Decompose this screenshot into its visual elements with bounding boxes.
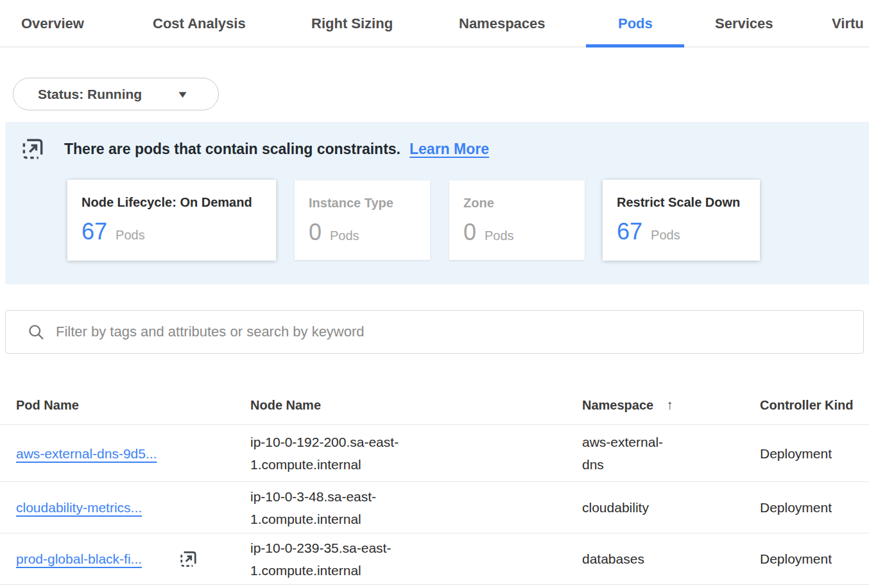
- pods-page: Overview Cost Analysis Right Sizing Name…: [0, 0, 869, 588]
- search-input[interactable]: [56, 313, 863, 351]
- scaling-constraints-banner: There are pods that contain scaling cons…: [5, 122, 869, 284]
- table-row: cloudability-metrics... ip-10-0-3-48.sa-…: [0, 482, 869, 533]
- card-unit: Pods: [116, 228, 145, 243]
- table-row: aws-external-dns-9d5... ip-10-0-192-200.…: [0, 425, 869, 482]
- tab-namespaces[interactable]: Namespaces: [459, 0, 546, 48]
- status-filter-label: Status: Running: [38, 87, 142, 102]
- card-value: 0: [309, 219, 322, 246]
- card-unit: Pods: [651, 228, 680, 243]
- card-value: 67: [617, 218, 642, 245]
- card-title: Node Lifecycle: On Demand: [82, 195, 262, 210]
- tab-cost-analysis[interactable]: Cost Analysis: [153, 0, 246, 48]
- banner-message-row: There are pods that contain scaling cons…: [19, 135, 489, 162]
- node-name-cell: ip-10-0-192-200.sa-east-1.compute.intern…: [250, 431, 425, 476]
- card-instance-type[interactable]: Instance Type 0 Pods: [295, 180, 430, 260]
- namespace-cell: cloudability: [582, 496, 676, 519]
- card-restrict-scale-down[interactable]: Restrict Scale Down 67 Pods: [603, 180, 760, 261]
- tab-virtual[interactable]: Virtu: [832, 0, 864, 48]
- tab-overview[interactable]: Overview: [21, 0, 84, 48]
- tab-right-sizing[interactable]: Right Sizing: [311, 0, 393, 48]
- namespace-cell: databases: [582, 548, 676, 570]
- card-unit: Pods: [485, 229, 514, 243]
- controller-kind-cell: Deployment: [760, 442, 832, 465]
- scale-constraint-icon: [19, 135, 46, 162]
- chevron-down-icon: ▼: [176, 89, 189, 99]
- card-value: 67: [82, 218, 107, 245]
- scale-constraint-icon: [178, 548, 199, 571]
- column-header-pod-name[interactable]: Pod Name: [16, 385, 79, 425]
- card-title: Restrict Scale Down: [617, 195, 746, 210]
- namespace-cell: aws-external-dns: [582, 431, 676, 476]
- card-title: Zone: [463, 196, 571, 211]
- column-header-namespace-label: Namespace: [582, 398, 653, 412]
- top-tab-bar: Overview Cost Analysis Right Sizing Name…: [0, 0, 869, 48]
- table-row: prod-global-black-fi... ip-10-0-239-35.s…: [0, 533, 869, 585]
- tab-services[interactable]: Services: [715, 0, 773, 48]
- pods-table-header: Pod Name Node Name Namespace↑ Controller…: [0, 385, 869, 425]
- column-header-namespace[interactable]: Namespace↑: [582, 385, 673, 425]
- card-zone[interactable]: Zone 0 Pods: [449, 180, 585, 260]
- banner-message: There are pods that contain scaling cons…: [64, 141, 400, 158]
- pod-name-link[interactable]: cloudability-metrics...: [16, 496, 142, 519]
- node-name-cell: ip-10-0-3-48.sa-east-1.compute.internal: [250, 485, 425, 530]
- card-unit: Pods: [330, 229, 359, 243]
- controller-kind-cell: Deployment: [760, 496, 832, 519]
- card-node-lifecycle[interactable]: Node Lifecycle: On Demand 67 Pods: [67, 180, 276, 261]
- controller-kind-cell: Deployment: [760, 548, 832, 570]
- sort-ascending-icon: ↑: [666, 397, 673, 412]
- search-icon: [27, 323, 45, 341]
- status-filter-dropdown[interactable]: Status: Running ▼: [13, 78, 219, 110]
- filter-search-box: [5, 310, 864, 354]
- pod-name-link[interactable]: aws-external-dns-9d5...: [16, 442, 157, 465]
- column-header-node-name[interactable]: Node Name: [250, 385, 321, 425]
- learn-more-link[interactable]: Learn More: [409, 141, 489, 158]
- tab-pods[interactable]: Pods: [618, 0, 653, 48]
- card-title: Instance Type: [309, 196, 416, 211]
- node-name-cell: ip-10-0-239-35.sa-east-1.compute.interna…: [250, 537, 425, 582]
- active-tab-underline: [586, 44, 684, 48]
- card-value: 0: [463, 219, 476, 246]
- pod-name-link[interactable]: prod-global-black-fi...: [16, 548, 142, 570]
- column-header-controller-kind[interactable]: Controller Kind: [760, 385, 854, 425]
